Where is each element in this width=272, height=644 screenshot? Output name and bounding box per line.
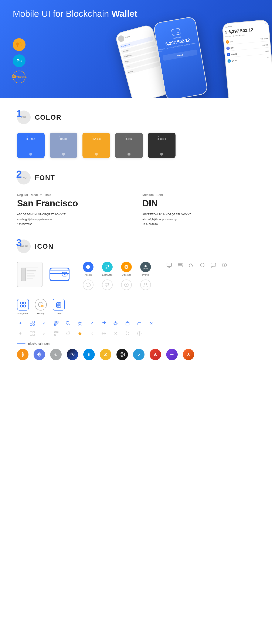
svg-rect-8 <box>26 278 33 279</box>
resize-icon <box>136 320 143 327</box>
icon-order: Order <box>53 298 64 315</box>
icon-exchange-outline <box>100 280 115 290</box>
settings-icon <box>112 320 119 327</box>
svg-line-57 <box>58 324 58 326</box>
small-icons-ghost: + ✓ < ✕ <box>17 330 255 337</box>
ps-badge: Ps <box>13 54 26 67</box>
svg-point-17 <box>144 265 146 267</box>
icon-wallet-colored <box>47 262 72 287</box>
icon-wireframe-group <box>17 262 72 287</box>
swatch-orange: #F5A623 <box>82 133 110 158</box>
grid-add-icon <box>29 320 36 327</box>
dash-icon: D <box>83 349 95 360</box>
misc-icons-row1 <box>166 262 228 268</box>
profile-icon <box>140 262 151 272</box>
svg-text:!: ! <box>42 305 43 307</box>
svg-rect-27 <box>178 263 182 264</box>
font-section-header: TWO 2 FONT <box>17 171 255 184</box>
svg-point-20 <box>126 284 127 286</box>
grid-ghost-icon <box>29 330 36 337</box>
svg-rect-71 <box>54 332 55 333</box>
assets-icon <box>83 262 94 272</box>
redo-ghost-icon <box>124 330 131 337</box>
qr-icon <box>53 320 60 327</box>
svg-rect-26 <box>178 264 182 266</box>
exchange-icon <box>102 262 112 272</box>
icon-discover: Discover <box>119 262 134 276</box>
svg-rect-52 <box>54 322 55 322</box>
svg-marker-60 <box>78 321 82 325</box>
svg-rect-36 <box>24 305 26 307</box>
grid-coin-icon <box>116 349 128 360</box>
screens-badge: 60+ Screens <box>13 70 26 83</box>
icon-grid-main: Assets Exchange Discover <box>17 262 255 290</box>
svg-rect-48 <box>33 324 34 326</box>
history-icon: ! <box>35 298 47 310</box>
svg-point-28 <box>200 263 204 267</box>
icon-history: ! History <box>35 298 47 315</box>
color-section-header: ONE 1 COLOR <box>17 110 255 124</box>
phones-mockup: Profile Management Message Red Collect N… <box>117 13 272 98</box>
svg-rect-73 <box>54 334 55 335</box>
svg-rect-4 <box>21 268 26 281</box>
discover-icon <box>121 262 132 272</box>
icon-management: Mangment <box>17 298 29 315</box>
svg-rect-66 <box>30 334 32 336</box>
svg-rect-65 <box>33 331 34 333</box>
font2-style: Medium · Bold <box>142 193 255 196</box>
info-ghost-icon <box>136 330 143 337</box>
svg-rect-47 <box>30 324 32 326</box>
svg-rect-45 <box>30 321 32 323</box>
management-icon <box>17 298 29 310</box>
svg-rect-5 <box>26 270 36 272</box>
svg-point-61 <box>115 323 116 324</box>
color-swatches: #3574FA #8DA0C8 #F5A623 #666666 #303 <box>17 133 255 158</box>
svg-rect-53 <box>57 322 58 322</box>
refresh-ghost-icon <box>64 330 72 337</box>
font1-style: Regular · Medium · Bold <box>17 193 130 196</box>
svg-rect-10 <box>50 270 69 274</box>
svg-rect-25 <box>178 266 182 267</box>
font2-upper: ABCDEFGHIJKLMNOPQRSTUVWXYZ abcdefghijklm… <box>142 212 255 227</box>
svg-rect-63 <box>138 323 141 325</box>
sketch-badge <box>13 38 26 51</box>
svg-point-88 <box>188 354 189 355</box>
font1-name: San Francisco <box>17 198 130 208</box>
qtum-icon: Q <box>133 349 144 360</box>
icon-bottom-row: Mangment ! History Order <box>17 298 255 315</box>
icon-discover-outline <box>119 280 134 290</box>
chevron-left-ghost-icon: < <box>88 330 95 337</box>
icon-assets: Assets <box>81 262 96 276</box>
svg-rect-64 <box>30 331 32 333</box>
star-icon <box>76 320 83 327</box>
order-icon <box>53 298 64 310</box>
phone-right: myWallet + $ 6,297,502.12 Available ♦ 35… <box>222 19 272 98</box>
bat-icon <box>183 349 194 360</box>
eth-icon <box>34 349 45 360</box>
hero-section: Mobile UI for Blockchain Wallet UI Kit P… <box>0 0 272 98</box>
x-ghost-icon: ✕ <box>112 330 119 337</box>
icon-section-header: THREE 3 ICON <box>17 240 255 253</box>
section-number-1: ONE 1 <box>17 110 30 124</box>
section-number-3: THREE 3 <box>17 240 30 253</box>
svg-marker-84 <box>120 352 124 357</box>
arrows-ghost-icon <box>100 330 107 337</box>
plus-ghost-icon: + <box>17 330 24 337</box>
svg-rect-54 <box>54 324 55 325</box>
svg-rect-67 <box>33 334 34 336</box>
swatch-gray-blue: #8DA0C8 <box>50 133 77 158</box>
moon-icon <box>188 262 195 268</box>
icon-profile-outline <box>138 280 153 290</box>
svg-point-16 <box>126 266 127 268</box>
font-title: FONT <box>35 174 55 182</box>
svg-text:Q: Q <box>138 353 140 356</box>
swatch-dark: #303030 <box>148 133 176 158</box>
star-ghost-icon <box>76 330 83 337</box>
svg-rect-72 <box>57 332 58 333</box>
svg-rect-29 <box>211 263 216 266</box>
ltc-icon: Ł <box>50 349 62 360</box>
swatch-gray: #666666 <box>115 133 143 158</box>
btc-icon: ₿ <box>17 349 28 360</box>
chat-icon <box>210 262 217 268</box>
svg-rect-22 <box>167 263 172 266</box>
